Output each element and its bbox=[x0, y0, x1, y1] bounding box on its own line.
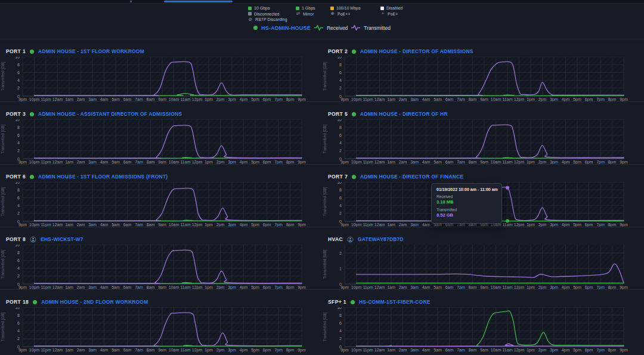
top-bar bbox=[0, 0, 644, 4]
x-tick-label: 8am bbox=[469, 160, 477, 164]
y-tick-label: 10 bbox=[15, 119, 20, 122]
received-wave-icon bbox=[314, 24, 323, 31]
port-device-link[interactable]: ADMIN HOUSE - DIRECTOR OF FINANCE bbox=[360, 174, 463, 180]
traffic-chart[interactable]: Transmitted [GB]10864209pm10pm11pm12am1a… bbox=[322, 119, 644, 165]
x-tick-label: 3am bbox=[88, 223, 97, 227]
x-tick-label: 9am bbox=[480, 97, 488, 101]
x-tick-label: 5am bbox=[112, 348, 120, 352]
connected-dot-icon bbox=[30, 112, 34, 116]
legend-swatch-icon bbox=[380, 7, 384, 10]
legend-label: Disconnected bbox=[254, 12, 279, 16]
x-tick-label: 4am bbox=[422, 348, 431, 352]
legend-item: Disconnected bbox=[248, 12, 296, 16]
y-tick-label: 8 bbox=[17, 313, 20, 317]
y-tick-label: 8 bbox=[339, 125, 342, 129]
x-tick-label: 9am bbox=[158, 348, 166, 352]
x-tick-label: 5am bbox=[434, 160, 442, 164]
connected-dot-icon bbox=[351, 300, 355, 304]
traffic-chart[interactable]: Transmitted [GB]10864209pm10pm11pm12am1a… bbox=[0, 57, 322, 102]
port-device-link[interactable]: HS-COMM-1ST-FIBER-CORE bbox=[359, 299, 431, 305]
chart-header: PORT 8EHS-WICKST-W7 bbox=[0, 227, 322, 245]
rstp-icon: ⊘ bbox=[248, 18, 253, 21]
x-tick-label: 10am bbox=[169, 160, 179, 164]
y-tick-label: 4 bbox=[17, 78, 20, 82]
legend-label: 100/10 Mbps bbox=[336, 6, 360, 10]
y-tick-label: 6 bbox=[17, 133, 20, 137]
y-tick-label: 10 bbox=[337, 182, 342, 184]
x-tick-label: 1am bbox=[65, 97, 73, 101]
traffic-chart[interactable]: Transmitted [MB]2109pm10pm11pm12am1am2am… bbox=[322, 245, 644, 290]
x-tick-label: 6am bbox=[445, 160, 454, 164]
x-tick-label: 1am bbox=[65, 285, 73, 289]
x-tick-label: 4am bbox=[100, 160, 109, 164]
port-device-link[interactable]: ADMIN HOUSE - DIRECTOR OF ADMISSIONS bbox=[360, 48, 473, 54]
y-axis-label: Transmitted [GB] bbox=[323, 187, 327, 216]
x-tick-label: 7am bbox=[135, 348, 143, 352]
y-axis-label: Transmitted [GB] bbox=[323, 124, 327, 153]
chart-header: PORT 7ADMIN HOUSE - DIRECTOR OF FINANCE bbox=[322, 165, 644, 182]
x-tick-label: 2pm bbox=[216, 348, 225, 353]
x-tick-label: 7am bbox=[135, 223, 143, 227]
port-device-link[interactable]: ADMIN HOUSE - ASSISTANT DIRECTOR OF ADMI… bbox=[38, 111, 182, 117]
tooltip-received-label: Received bbox=[436, 195, 497, 199]
x-tick-label: 5am bbox=[112, 285, 120, 289]
x-tick-label: 6am bbox=[123, 223, 132, 227]
traffic-chart[interactable]: Transmitted [GB]10864209pm10pm11pm12am1a… bbox=[322, 307, 644, 353]
x-tick-label: 9am bbox=[158, 97, 166, 101]
port-device-link[interactable]: ADMIN HOUSE - 1ST FLOOR ADMISSIONS (FRON… bbox=[38, 174, 168, 180]
x-tick-label: 6am bbox=[445, 285, 454, 289]
traffic-chart[interactable]: Transmitted [GB]10864209pm10pm11pm12am1a… bbox=[0, 182, 322, 227]
legend-swatch-icon bbox=[296, 7, 299, 10]
x-tick-label: 1pm bbox=[527, 348, 535, 353]
x-tick-label: 7am bbox=[135, 285, 143, 289]
legend-label: RSTP Discarding bbox=[255, 17, 287, 21]
x-tick-label: 10am bbox=[491, 97, 501, 101]
x-tick-label: 6am bbox=[123, 285, 132, 289]
traffic-chart[interactable]: Transmitted [GB]10864209pm10pm11pm12am1a… bbox=[0, 245, 322, 290]
x-tick-label: 8am bbox=[147, 160, 155, 164]
legend-label: PoE++ bbox=[338, 12, 350, 16]
legend-label: Disabled bbox=[386, 6, 402, 10]
traffic-chart[interactable]: Transmitted [GB]10864209pm10pm11pm12am1a… bbox=[0, 307, 322, 353]
port-chart-cell: PORT 6ADMIN HOUSE - 1ST FLOOR ADMISSIONS… bbox=[0, 164, 322, 227]
x-tick-label: 7pm bbox=[274, 348, 283, 353]
x-tick-label: 11am bbox=[181, 285, 191, 289]
x-tick-label: 11am bbox=[503, 285, 513, 289]
traffic-chart[interactable]: Transmitted [GB]10864209pm10pm11pm12am1a… bbox=[0, 119, 322, 165]
traffic-chart[interactable]: Transmitted [GB]10864209pm10pm11pm12am1a… bbox=[322, 57, 644, 102]
y-tick-label: 2 bbox=[17, 86, 20, 90]
device-name-link[interactable]: HS-ADMIN-HOUSE bbox=[261, 25, 311, 31]
port-device-link[interactable]: ADMIN HOUSE - 1ST FLOOR WORKROOM bbox=[38, 48, 144, 54]
port-label: SFP+ 1 bbox=[328, 299, 346, 305]
x-tick-label: 12am bbox=[52, 223, 63, 227]
x-tick-label: 12am bbox=[374, 348, 385, 352]
port-device-link[interactable]: ADMIN HOUSE - DIRECTOR OF HR bbox=[360, 111, 448, 117]
y-tick-label: 8 bbox=[339, 63, 342, 67]
x-tick-label: 5am bbox=[112, 97, 120, 101]
x-tick-label: 11am bbox=[181, 97, 191, 101]
x-tick-label: 2am bbox=[399, 97, 407, 101]
y-tick-label: 10 bbox=[15, 245, 20, 247]
x-tick-label: 1am bbox=[387, 160, 395, 164]
tooltip-time-range: 01/19/2022 10:00 am - 11:00 am bbox=[436, 187, 497, 192]
y-tick-label: 6 bbox=[17, 258, 20, 263]
port-device-link[interactable]: GATEWAY87DB7D bbox=[358, 236, 404, 242]
x-tick-label: 2pm bbox=[538, 348, 547, 353]
y-tick-label: 8 bbox=[339, 313, 342, 317]
top-progress-bar bbox=[164, 1, 233, 2]
x-tick-label: 3am bbox=[410, 348, 419, 352]
x-tick-label: 3am bbox=[88, 160, 97, 164]
port-device-link[interactable]: ADMIN HOUSE - 2ND FLOOR WORKROOM bbox=[41, 299, 148, 305]
received-legend-label: Received bbox=[327, 25, 348, 31]
port-device-link[interactable]: EHS-WICKST-W7 bbox=[41, 236, 83, 242]
y-tick-label: 2 bbox=[339, 211, 342, 215]
client-device-icon bbox=[30, 236, 36, 243]
legend-label: PoE+ bbox=[388, 12, 398, 16]
x-tick-label: 1am bbox=[387, 285, 395, 289]
x-tick-label: 3am bbox=[88, 97, 97, 101]
device-legend: HS-ADMIN-HOUSE Received Transmitted bbox=[0, 24, 644, 31]
x-tick-label: 4am bbox=[100, 348, 109, 352]
y-tick-label: 2 bbox=[339, 149, 342, 153]
x-tick-label: 12am bbox=[52, 348, 63, 352]
x-tick-label: 4am bbox=[100, 223, 109, 227]
